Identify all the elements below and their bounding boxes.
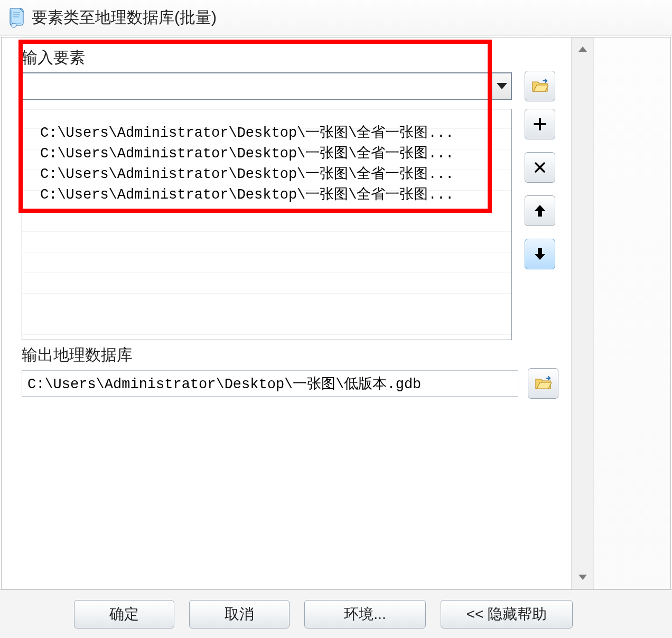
window-title: 要素类至地理数据库(批量) bbox=[32, 7, 217, 29]
input-side-column-top bbox=[525, 71, 558, 101]
hide-help-button[interactable]: << 隐藏帮助 bbox=[441, 600, 573, 628]
listbox-items: C:\Users\Administrator\Desktop\一张图\全省一张图… bbox=[22, 109, 511, 205]
output-gdb-label: 输出地理数据库 bbox=[22, 344, 558, 366]
move-down-button[interactable] bbox=[525, 239, 555, 269]
remove-button[interactable] bbox=[525, 152, 555, 183]
environments-button[interactable]: 环境... bbox=[304, 600, 426, 628]
browse-input-button[interactable] bbox=[525, 71, 555, 101]
svg-point-0 bbox=[11, 23, 16, 27]
output-section: 输出地理数据库 bbox=[22, 344, 558, 399]
window-root: 要素类至地理数据库(批量) 输入要素 bbox=[0, 0, 672, 638]
cancel-button[interactable]: 取消 bbox=[189, 600, 290, 628]
add-button[interactable] bbox=[525, 109, 555, 139]
output-gdb-input[interactable] bbox=[22, 370, 518, 397]
output-row bbox=[22, 368, 558, 399]
list-item[interactable]: C:\Users\Administrator\Desktop\一张图\全省一张图… bbox=[40, 123, 506, 144]
scroll-up-button[interactable] bbox=[573, 40, 592, 59]
input-features-combo[interactable] bbox=[22, 72, 512, 100]
list-item[interactable]: C:\Users\Administrator\Desktop\一张图\全省一张图… bbox=[40, 144, 506, 164]
input-list-row: C:\Users\Administrator\Desktop\一张图\全省一张图… bbox=[22, 109, 558, 340]
help-panel-gutter bbox=[593, 37, 670, 589]
titlebar: 要素类至地理数据库(批量) bbox=[0, 0, 672, 36]
input-features-text[interactable] bbox=[23, 73, 492, 99]
scroll-down-button[interactable] bbox=[573, 568, 592, 587]
input-features-label: 输入要素 bbox=[22, 47, 558, 69]
list-item[interactable]: C:\Users\Administrator\Desktop\一张图\全省一张图… bbox=[40, 185, 506, 205]
dropdown-button[interactable] bbox=[492, 73, 511, 99]
browse-output-button[interactable] bbox=[528, 368, 558, 399]
vertical-scrollbar[interactable] bbox=[571, 37, 593, 589]
list-item[interactable]: C:\Users\Administrator\Desktop\一张图\全省一张图… bbox=[40, 164, 506, 185]
main-panel: 输入要素 bbox=[2, 37, 571, 589]
input-side-column-list bbox=[525, 109, 558, 269]
button-bar: 确定 取消 环境... << 隐藏帮助 bbox=[0, 589, 672, 638]
ok-button[interactable]: 确定 bbox=[74, 600, 174, 628]
app-scroll-icon bbox=[7, 7, 26, 29]
move-up-button[interactable] bbox=[525, 195, 555, 226]
input-combo-row bbox=[22, 71, 558, 101]
input-features-listbox[interactable]: C:\Users\Administrator\Desktop\一张图\全省一张图… bbox=[22, 109, 512, 340]
content-frame: 输入要素 bbox=[1, 37, 671, 589]
triangle-down-icon bbox=[497, 83, 507, 89]
